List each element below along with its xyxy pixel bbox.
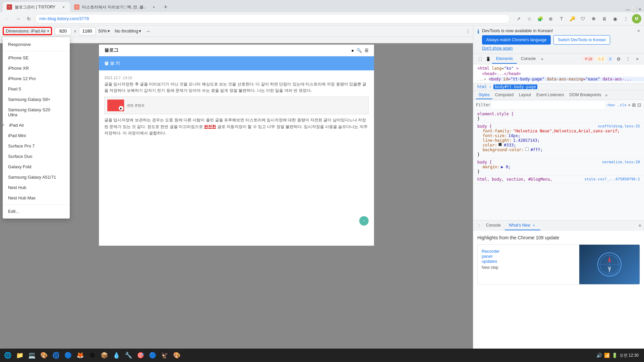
device-ipad-air[interactable]: iPad Air <box>3 120 70 130</box>
translate-icon[interactable]: T <box>557 14 566 23</box>
device-surface-duo[interactable]: Surface Duo <box>3 151 70 162</box>
app-icon-6[interactable]: 🔵 <box>63 350 73 360</box>
tab-elements[interactable]: Elements <box>492 54 517 64</box>
back-button[interactable]: ← <box>3 14 12 23</box>
device-samsung-a51[interactable]: Samsung Galaxy A51/71 <box>3 172 70 182</box>
device-pixel-5[interactable]: Pixel 5 <box>3 84 70 94</box>
close-btn[interactable]: × <box>639 7 641 12</box>
misc-icon2[interactable]: 🖥 <box>600 14 609 23</box>
prop-name-font-family: font-family: <box>483 129 512 133</box>
width-input[interactable] <box>55 27 71 35</box>
device-iphone-12-pro[interactable]: iPhone 12 Pro <box>3 73 70 84</box>
tab-1[interactable]: T 블로그관리 | TISTORY × <box>3 2 70 12</box>
bottom-tab-console[interactable]: Console <box>482 221 505 230</box>
forward-button[interactable]: → <box>13 14 23 23</box>
app-icon-13[interactable]: 🔵 <box>148 350 158 360</box>
zoom-selector[interactable]: 50% ▾ <box>98 28 110 34</box>
more-options-icon[interactable]: ⋮ <box>466 28 470 34</box>
device-iphone-se[interactable]: iPhone SE <box>3 53 70 63</box>
app-icon-11[interactable]: 🔧 <box>123 350 133 360</box>
breadcrumb-body[interactable]: body#tt-body-page <box>493 84 537 89</box>
new-tab-button[interactable]: + <box>161 2 171 12</box>
app-icon-14[interactable]: 🦅 <box>160 350 170 360</box>
hover-pseudo[interactable]: :hov <box>606 103 615 107</box>
height-input[interactable] <box>79 27 96 35</box>
css-file-2[interactable]: normalize.less:20 <box>602 160 640 164</box>
css-file-1[interactable]: scaffolding.less:32 <box>598 124 640 128</box>
whatsnew-close-icon[interactable]: × <box>532 223 536 228</box>
misc-icon1[interactable]: ❋ <box>589 14 598 23</box>
app-icon-1[interactable]: 🌐 <box>3 350 13 360</box>
styles-tab[interactable]: Styles <box>476 91 492 99</box>
password-icon[interactable]: 🔑 <box>568 14 577 23</box>
device-responsive[interactable]: Responsive <box>3 39 70 50</box>
settings-icon[interactable]: ⋮ <box>621 14 631 23</box>
extensions-icon[interactable]: 🧩 <box>535 14 545 23</box>
dom-breakpoints-tab[interactable]: DOM Breakpoints <box>567 91 604 99</box>
css-file-3[interactable]: style.css?_...675850796:1 <box>584 177 640 181</box>
throttle-selector[interactable]: No throttling ▾ <box>113 27 143 35</box>
inspect-icon[interactable]: ⬚ <box>476 55 484 63</box>
switch-language-btn[interactable]: Switch DevTools to Korean <box>553 35 610 45</box>
panel-close-icon[interactable]: × <box>639 223 641 228</box>
device-galaxy-fold[interactable]: Galaxy Fold <box>3 162 70 172</box>
tab-1-close[interactable]: × <box>61 4 66 10</box>
devtools-close-icon[interactable]: × <box>633 55 641 63</box>
device-mode-icon[interactable]: 📱 <box>484 55 492 63</box>
device-samsung-s20[interactable]: Samsung Galaxy S20 Ultra <box>3 105 70 120</box>
inspect-style-icon[interactable]: ⊡ <box>637 102 641 108</box>
refresh-button[interactable]: ↻ <box>24 14 34 23</box>
bottom-tab-whatsnew[interactable]: What's New × <box>505 221 540 230</box>
maximize-btn[interactable]: ⬜ <box>632 7 637 12</box>
app-icon-5[interactable]: 🌀 <box>51 350 61 360</box>
tabs-more-icon[interactable]: » <box>540 55 545 63</box>
cls-pseudo[interactable]: .cls <box>618 103 627 107</box>
console-settings-icon[interactable]: ⋮ <box>476 223 482 229</box>
app-icon-15[interactable]: 🎨 <box>172 350 182 360</box>
device-ipad-mini[interactable]: iPad Mini <box>3 130 70 141</box>
styles-more-tabs-icon[interactable]: » <box>604 92 609 99</box>
rotate-icon[interactable]: ↔ <box>146 28 151 34</box>
new-style-rule-icon[interactable]: ⊞ <box>632 102 636 108</box>
notice-close-icon[interactable]: × <box>637 28 640 34</box>
app-icon-8[interactable]: ⚙ <box>87 350 97 360</box>
device-samsung-s8[interactable]: Samsung Galaxy S8+ <box>3 94 70 105</box>
devtools-settings-icon[interactable]: ⚙ <box>614 55 623 63</box>
chrome-icon[interactable]: ⊕ <box>546 14 555 23</box>
layout-tab[interactable]: Layout <box>516 91 534 99</box>
misc-icon3[interactable]: ◉ <box>610 14 620 23</box>
tab-console[interactable]: Console <box>517 54 540 64</box>
device-iphone-xr[interactable]: iPhone XR <box>3 63 70 73</box>
app-icon-2[interactable]: 📁 <box>15 350 25 360</box>
event-listeners-tab[interactable]: Event Listeners <box>534 91 567 99</box>
breadcrumb-html[interactable]: html <box>477 84 487 89</box>
adblock-icon[interactable]: 🛡 <box>578 14 588 23</box>
app-icon-4[interactable]: 🎨 <box>39 350 49 360</box>
share-icon[interactable]: ↗ <box>514 14 523 23</box>
address-bar[interactable]: min-blog.tistory.com/3779 <box>35 14 510 23</box>
dimensions-selector[interactable]: Dimensions: iPad Air ▾ <box>6 28 49 34</box>
tab-2[interactable]: T 티스토리에서 미리보기:::백..전..블.. × <box>70 2 160 12</box>
device-nest-hub[interactable]: Nest Hub <box>3 182 70 193</box>
app-icon-9[interactable]: 📦 <box>99 350 109 360</box>
device-surface-pro-7[interactable]: Surface Pro 7 <box>3 141 70 151</box>
minimize-btn[interactable]: — <box>626 7 630 12</box>
tab-2-close[interactable]: × <box>151 4 157 10</box>
profile-icon[interactable]: M <box>632 14 641 23</box>
device-edit[interactable]: Edit... <box>3 206 70 217</box>
app-icon-12[interactable]: 🎯 <box>136 350 146 360</box>
whats-new-link[interactable]: Recorder panel updates <box>482 249 575 264</box>
scroll-top-btn[interactable]: ↑ <box>359 216 369 226</box>
add-style-icon[interactable]: + <box>628 102 631 108</box>
app-icon-3[interactable]: 💻 <box>27 350 37 360</box>
filter-input[interactable] <box>492 101 604 109</box>
devtools-more-icon[interactable]: ⋮ <box>624 55 632 63</box>
device-nest-hub-max[interactable]: Nest Hub Max <box>3 193 70 203</box>
match-language-btn[interactable]: Always match Chrome's language <box>482 35 551 45</box>
bookmark-icon[interactable]: ☆ <box>525 14 534 23</box>
app-icon-7[interactable]: 🦊 <box>75 350 85 360</box>
dont-show-link[interactable]: Don't show again <box>482 46 635 51</box>
computed-tab[interactable]: Computed <box>492 91 516 99</box>
dom-body-tag[interactable]: <body id="tt-body-page" data-aos-easing=… <box>489 77 644 81</box>
app-icon-10[interactable]: 💧 <box>111 350 121 360</box>
